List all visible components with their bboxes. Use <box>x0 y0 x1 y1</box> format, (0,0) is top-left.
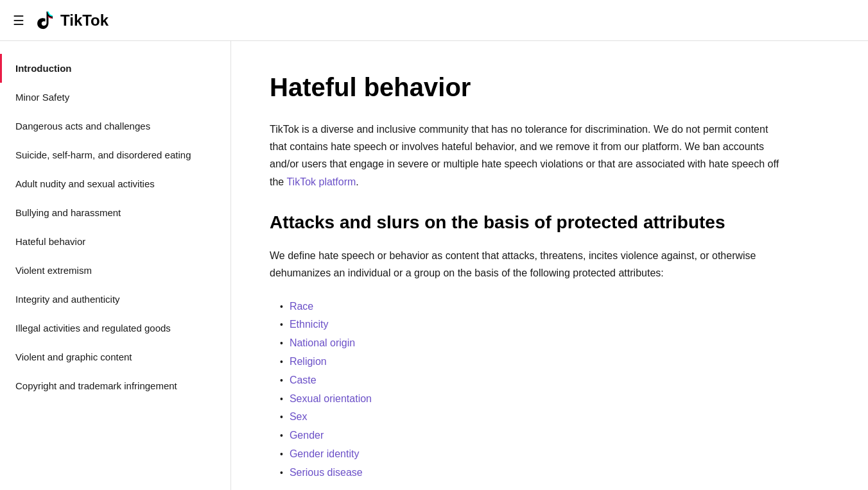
list-item: Religion <box>280 353 783 371</box>
main-content: Hateful behavior TikTok is a diverse and… <box>231 41 822 490</box>
sidebar-item-copyright[interactable]: Copyright and trademark infringement <box>0 371 230 400</box>
logo[interactable]: TikTok <box>35 10 108 31</box>
page-title: Hateful behavior <box>270 72 783 103</box>
sidebar-item-dangerous-acts[interactable]: Dangerous acts and challenges <box>0 112 230 140</box>
sidebar-item-minor-safety[interactable]: Minor Safety <box>0 83 230 112</box>
section1-title: Attacks and slurs on the basis of protec… <box>270 211 783 234</box>
list-item: Serious disease <box>280 464 783 482</box>
list-item: Sex <box>280 408 783 427</box>
sidebar-item-introduction[interactable]: Introduction <box>0 54 230 83</box>
tiktok-platform-link[interactable]: TikTok platform <box>286 176 356 187</box>
list-item: Caste <box>280 371 783 390</box>
list-item: Gender <box>280 427 783 445</box>
hamburger-menu[interactable]: ☰ <box>13 13 24 28</box>
list-item: Gender identity <box>280 445 783 464</box>
list-item: Ethnicity <box>280 316 783 334</box>
list-item: National origin <box>280 334 783 353</box>
section1-text: We define hate speech or behavior as con… <box>270 247 783 282</box>
sidebar-item-hateful-behavior[interactable]: Hateful behavior <box>0 227 230 256</box>
main-layout: IntroductionMinor SafetyDangerous acts a… <box>0 41 868 490</box>
top-nav: ☰ TikTok <box>0 0 868 41</box>
list-item: Race <box>280 298 783 316</box>
sidebar-item-bullying[interactable]: Bullying and harassment <box>0 198 230 227</box>
sidebar-item-violent-extremism[interactable]: Violent extremism <box>0 256 230 285</box>
tiktok-logo-icon <box>35 10 55 31</box>
logo-text: TikTok <box>60 12 108 30</box>
sidebar-item-illegal-activities[interactable]: Illegal activities and regulated goods <box>0 314 230 342</box>
sidebar-item-violent-graphic[interactable]: Violent and graphic content <box>0 342 230 371</box>
intro-paragraph: TikTok is a diverse and inclusive commun… <box>270 121 783 190</box>
sidebar-item-suicide-selfharm[interactable]: Suicide, self-harm, and disordered eatin… <box>0 140 230 169</box>
sidebar-item-adult-nudity[interactable]: Adult nudity and sexual activities <box>0 169 230 198</box>
sidebar: IntroductionMinor SafetyDangerous acts a… <box>0 41 231 490</box>
sidebar-item-integrity[interactable]: Integrity and authenticity <box>0 285 230 314</box>
list-item: Sexual orientation <box>280 390 783 409</box>
protected-attributes-list: RaceEthnicityNational originReligionCast… <box>270 298 783 482</box>
